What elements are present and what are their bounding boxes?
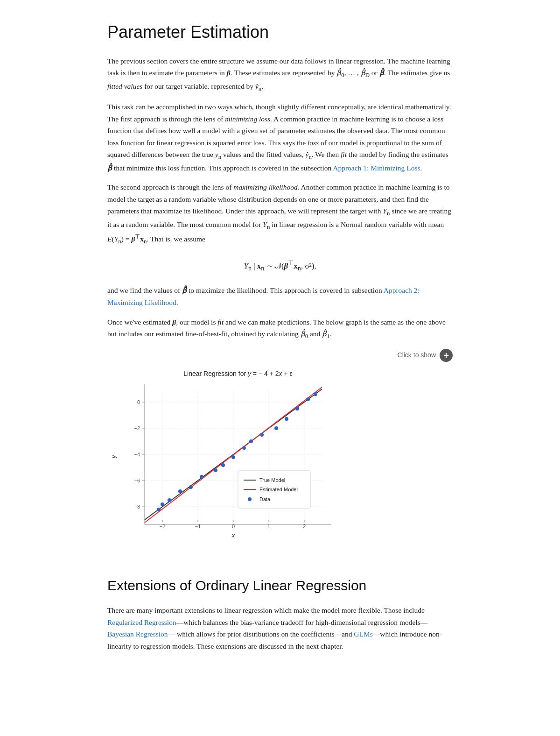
data-point — [295, 407, 299, 410]
svg-point-43 — [248, 497, 252, 501]
svg-text:Data: Data — [259, 496, 271, 502]
data-point — [242, 446, 246, 450]
paragraph-3: The second approach is through the lens … — [107, 181, 453, 247]
math-formula: Yn | xn ∼ 𝒩(β⊤xn, σ²), — [107, 258, 453, 274]
click-to-show-label: Click to show — [398, 350, 436, 360]
svg-text:−6: −6 — [134, 478, 140, 483]
data-point — [168, 498, 171, 502]
svg-text:2: 2 — [303, 524, 306, 529]
click-to-show-button[interactable]: Click to show + — [107, 349, 453, 362]
show-icon: + — [440, 349, 453, 362]
data-point — [249, 439, 253, 443]
paragraph-5: Once we've estimated β, our model is fit… — [107, 316, 453, 341]
fitted-values-text: fitted values — [107, 82, 142, 90]
chart-figure: Linear Regression for y = − 4 + 2x + ε — [107, 366, 453, 556]
regularized-regression-link[interactable]: Regularized Regression — [107, 618, 176, 626]
chart-container: Click to show + Linear Regression for y … — [107, 349, 453, 556]
data-point — [200, 475, 203, 479]
data-point — [157, 508, 161, 511]
data-point — [214, 468, 217, 472]
svg-text:Estimated Model: Estimated Model — [259, 487, 298, 492]
svg-text:−4: −4 — [134, 452, 140, 457]
svg-text:0: 0 — [137, 399, 140, 405]
loss-italic: loss — [308, 139, 319, 147]
approach2-link[interactable]: Approach 2: Maximizing Likelihood — [107, 286, 420, 306]
glms-link[interactable]: GLMs — [354, 630, 372, 638]
svg-text:−2: −2 — [160, 524, 166, 529]
approach1-link[interactable]: Approach 1: Minimizing Loss — [333, 164, 420, 172]
maximizing-likelihood-text: maximizing likelihood. — [233, 183, 299, 191]
data-point — [306, 397, 310, 401]
paragraph-4: and we find the values of β̂ to maximize… — [107, 284, 453, 308]
svg-text:True Model: True Model — [259, 477, 285, 483]
minimizing-loss-text: minimizing loss. — [225, 115, 272, 123]
svg-text:−8: −8 — [134, 504, 140, 510]
svg-text:0: 0 — [232, 524, 235, 529]
data-point — [221, 463, 225, 467]
beta-hat-estimates: β̂ — [336, 69, 341, 77]
paragraph-6: There are many important extensions to l… — [107, 604, 453, 652]
data-point — [178, 489, 182, 493]
svg-text:−2: −2 — [134, 425, 140, 431]
data-point — [231, 455, 235, 459]
data-point — [274, 426, 278, 430]
svg-text:1: 1 — [267, 524, 270, 529]
data-point — [161, 502, 164, 506]
paragraph-1: The previous section covers the entire s… — [107, 55, 453, 93]
svg-text:−1: −1 — [195, 524, 201, 529]
paragraph-2: This task can be accomplished in two way… — [107, 101, 453, 174]
page-title: Parameter Estimation — [107, 19, 453, 46]
data-point — [189, 485, 193, 489]
data-point — [285, 417, 288, 421]
data-point — [260, 433, 264, 437]
data-point — [314, 392, 317, 396]
beta-bold: β — [227, 69, 231, 77]
svg-text:Linear Regression for y = − 4 : Linear Regression for y = − 4 + 2x + ε — [183, 370, 293, 377]
svg-text:x: x — [231, 532, 235, 539]
section2-title: Extensions of Ordinary Linear Regression — [107, 574, 453, 597]
bayesian-regression-link[interactable]: Bayesian Regression — [107, 630, 168, 638]
fit-italic: fit — [341, 150, 347, 158]
